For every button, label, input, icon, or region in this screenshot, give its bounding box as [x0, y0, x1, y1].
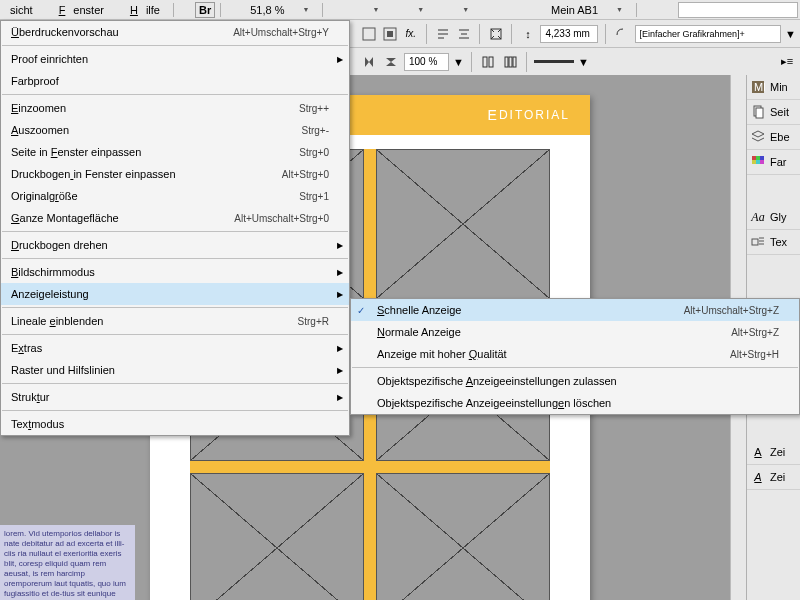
menu-item[interactable]: Extras▶: [1, 337, 349, 359]
menu-item[interactable]: Anzeigeleistung▶: [1, 283, 349, 305]
menu-item[interactable]: Seite in Fenster einpassenStrg+0: [1, 141, 349, 163]
view-menu: ÜberdruckenvorschauAlt+Umschalt+Strg+YPr…: [0, 20, 350, 436]
svg-rect-7: [363, 28, 375, 40]
menu-item[interactable]: Textmodus: [1, 413, 349, 435]
menu-item[interactable]: Proof einrichten▶: [1, 48, 349, 70]
search-input[interactable]: [678, 2, 798, 18]
menu-item[interactable]: Lineale einblendenStrg+R: [1, 310, 349, 332]
corner-icon[interactable]: [613, 25, 630, 43]
svg-rect-28: [760, 156, 764, 160]
percent-field[interactable]: [404, 53, 449, 71]
arrange-icon[interactable]: [434, 1, 452, 19]
menu-item[interactable]: Raster und Hilfslinien▶: [1, 359, 349, 381]
panel-menu-icon[interactable]: ▸≡: [778, 53, 796, 71]
svg-rect-17: [483, 57, 487, 67]
search-icon: [658, 1, 676, 19]
panel-textwrap[interactable]: Tex: [747, 230, 800, 255]
graphic-frame[interactable]: [190, 473, 364, 600]
svg-rect-31: [760, 160, 764, 164]
menu-item[interactable]: Anzeige mit hoher QualitätAlt+Strg+H: [351, 343, 799, 365]
menu-item[interactable]: Struktur▶: [1, 386, 349, 408]
tool-b-icon[interactable]: [381, 25, 398, 43]
zoom-dropdown-icon[interactable]: ▼: [294, 4, 317, 15]
graphic-frame[interactable]: [376, 473, 550, 600]
workspace-menu[interactable]: Mein AB1: [543, 2, 606, 18]
graphic-frame[interactable]: [376, 149, 550, 299]
menu-hilfe[interactable]: Hilfe: [114, 2, 168, 18]
svg-rect-18: [489, 57, 493, 67]
menu-item[interactable]: Objektspezifische Anzeigeeinstellungen z…: [351, 370, 799, 392]
menu-item[interactable]: Ganze MontageflächeAlt+Umschalt+Strg+0: [1, 207, 349, 229]
panel-swatches[interactable]: Far: [747, 150, 800, 175]
panel-glyphs[interactable]: AaGly: [747, 205, 800, 230]
svg-rect-29: [752, 160, 756, 164]
gap-icon[interactable]: ↕: [519, 25, 536, 43]
menu-item[interactable]: Druckbogen in Fenster einpassenAlt+Strg+…: [1, 163, 349, 185]
menu-item[interactable]: Objektspezifische Anzeigeeinstellungen l…: [351, 392, 799, 414]
align2-icon[interactable]: [455, 25, 472, 43]
frame-style[interactable]: [635, 25, 782, 43]
frame-fit-icon[interactable]: [487, 25, 504, 43]
menu-item[interactable]: OriginalgrößeStrg+1: [1, 185, 349, 207]
menu-item[interactable]: ✓Schnelle AnzeigeAlt+Umschalt+Strg+Z: [351, 299, 799, 321]
svg-rect-19: [505, 57, 508, 67]
svg-rect-32: [752, 239, 758, 245]
zoom-level[interactable]: 51,8 %: [242, 2, 292, 18]
menu-item[interactable]: Bildschirmmodus▶: [1, 261, 349, 283]
svg-rect-9: [387, 31, 393, 37]
menubar: sicht Fenster Hilfe Br 51,8 % ▼ ▼ ▼ ▼ Me…: [0, 0, 800, 20]
align-icon[interactable]: [434, 25, 451, 43]
svg-rect-21: [513, 57, 516, 67]
svg-rect-27: [756, 156, 760, 160]
menu-item[interactable]: Farbproof: [1, 70, 349, 92]
menu-item[interactable]: EinzoomenStrg++: [1, 97, 349, 119]
text-frame[interactable]: lorem. Vid utemporios dellabor is nate d…: [0, 525, 135, 600]
svg-rect-20: [509, 57, 512, 67]
fx-icon[interactable]: fx.: [402, 25, 419, 43]
tool-a-icon[interactable]: [360, 25, 377, 43]
svg-rect-30: [756, 160, 760, 164]
panel-pages[interactable]: Seit: [747, 100, 800, 125]
panel-char[interactable]: AZei: [747, 440, 800, 465]
menu-item[interactable]: Druckbogen drehen▶: [1, 234, 349, 256]
screen-mode-icon[interactable]: [389, 1, 407, 19]
svg-text:Mb: Mb: [754, 81, 765, 93]
menu-ansicht[interactable]: sicht: [2, 2, 41, 18]
menu-item[interactable]: ÜberdruckenvorschauAlt+Umschalt+Strg+Y: [1, 21, 349, 43]
dimension-field[interactable]: [540, 25, 598, 43]
svg-rect-26: [752, 156, 756, 160]
menu-item[interactable]: AuszoomenStrg+-: [1, 119, 349, 141]
panel-mini[interactable]: MbMin: [747, 75, 800, 100]
flip-v-icon[interactable]: [382, 53, 400, 71]
view-options-icon[interactable]: [344, 1, 362, 19]
flip-h-icon[interactable]: [360, 53, 378, 71]
menu-item[interactable]: Normale AnzeigeAlt+Strg+Z: [351, 321, 799, 343]
columns2-icon[interactable]: [501, 53, 519, 71]
display-performance-submenu: ✓Schnelle AnzeigeAlt+Umschalt+Strg+ZNorm…: [350, 298, 800, 415]
bridge-button[interactable]: Br: [195, 2, 215, 18]
columns-icon[interactable]: [479, 53, 497, 71]
panel-layers[interactable]: Ebe: [747, 125, 800, 150]
menu-fenster[interactable]: Fenster: [43, 2, 112, 18]
panel-char2[interactable]: AZei: [747, 465, 800, 490]
svg-rect-25: [756, 108, 763, 118]
